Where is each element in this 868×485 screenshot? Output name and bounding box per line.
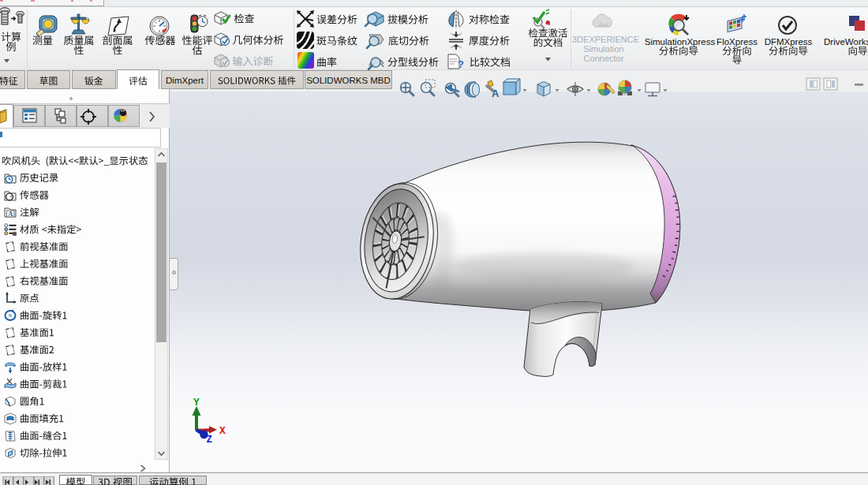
svg-text:Y: Y [193, 397, 200, 409]
svg-text:A: A [8, 210, 13, 218]
svg-text:A: A [492, 88, 499, 99]
svg-text:Z: Z [207, 435, 213, 446]
svg-text:X: X [219, 425, 226, 437]
